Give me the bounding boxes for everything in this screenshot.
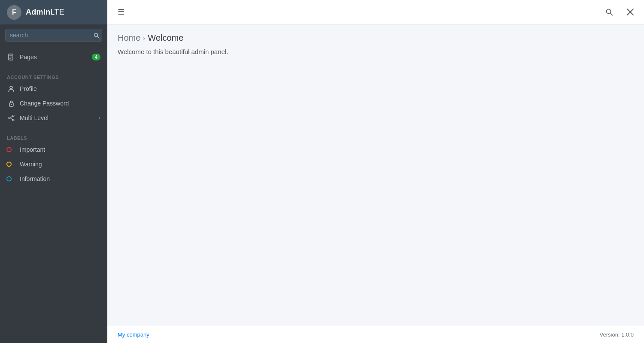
version-text: Version: 1.0.0 [600,331,634,338]
svg-point-11 [9,117,10,119]
menu-icon: ☰ [118,7,125,17]
pages-badge: 4 [92,54,100,60]
sidebar-item-information[interactable]: Information [0,172,107,186]
sidebar-item-important[interactable]: Important [0,142,107,157]
sidebar-search-wrap [0,24,107,46]
svg-line-13 [10,118,12,120]
svg-line-12 [10,116,12,118]
warning-label: Warning [20,161,100,168]
page-icon-svg [8,54,14,60]
sidebar-item-profile[interactable]: Profile [0,81,107,96]
breadcrumb-arrow: › [143,34,145,42]
search-icon [605,8,613,16]
brand-name: AdminLTE [26,8,64,17]
pages-label: Pages [20,54,92,60]
warning-dot-icon [7,162,15,167]
search-button[interactable] [89,29,102,41]
svg-point-6 [10,86,12,89]
navbar-right [602,6,637,18]
sidebar-item-pages[interactable]: Pages 4 [0,50,107,64]
top-navbar: ☰ [107,0,644,24]
breadcrumb-home: Home [118,33,140,43]
welcome-text: Welcome to this beautiful admin panel. [118,48,634,55]
navbar-left: ☰ [114,6,128,18]
user-icon [7,85,15,92]
search-input[interactable] [6,29,89,41]
footer: My company Version: 1.0.0 [107,326,644,343]
sidebar-item-warning[interactable]: Warning [0,157,107,172]
main-wrapper: ☰ Home [107,0,644,343]
search-icon [94,33,100,39]
profile-label: Profile [20,85,100,92]
account-settings-section: ACCOUNT SETTINGS Profile [0,68,107,129]
svg-line-15 [611,13,613,15]
chevron-left-icon: ‹ [99,115,100,121]
svg-line-1 [97,36,100,39]
pages-nav-section: Pages 4 [0,46,107,68]
toggle-sidebar-button[interactable]: ☰ [114,6,128,18]
svg-point-8 [11,104,12,105]
sidebar-item-multi-level[interactable]: Multi Level ‹ [0,111,107,125]
page-icon [7,54,15,60]
labels-section: LABELS Important Warning Information [0,129,107,190]
brand-bar: F AdminLTE [0,0,107,24]
breadcrumb: Home › Welcome [118,33,634,43]
sidebar-item-change-password[interactable]: Change Password [0,96,107,111]
multi-level-label: Multi Level [20,114,99,121]
svg-point-10 [12,119,14,121]
breadcrumb-current: Welcome [148,33,183,43]
brand-logo: F [7,5,21,20]
change-password-label: Change Password [20,100,100,107]
company-link[interactable]: My company [118,331,149,338]
information-label: Information [20,175,100,182]
content-area: Home › Welcome Welcome to this beautiful… [107,24,644,326]
information-dot-icon [7,176,15,181]
lock-icon [7,100,15,107]
sidebar: F AdminLTE [0,0,107,343]
share-icon [7,115,15,121]
close-icon [627,9,634,15]
close-button[interactable] [623,7,637,17]
important-dot-icon [7,147,15,152]
svg-point-9 [12,115,14,117]
important-label: Important [20,146,100,153]
labels-header: LABELS [0,132,107,142]
navbar-search-button[interactable] [602,6,617,18]
account-settings-header: ACCOUNT SETTINGS [0,71,107,81]
